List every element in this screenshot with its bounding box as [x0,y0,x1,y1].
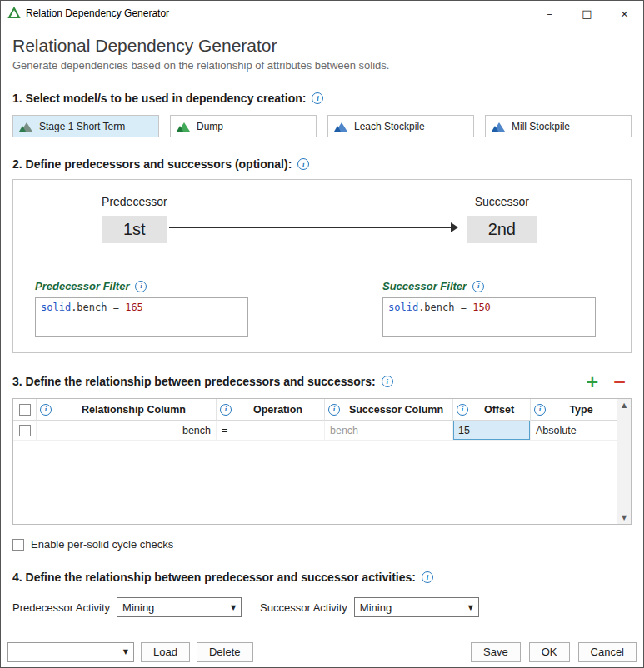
first-box: 1st [102,216,167,243]
cell-successor-column[interactable]: bench [325,421,453,441]
section-2-heading: 2. Define predecessors and successors (o… [12,157,632,171]
info-icon[interactable]: i [382,376,393,387]
column-header-type[interactable]: i Type [531,399,617,421]
section-4-heading-text: 4. Define the relationship between prede… [12,571,416,584]
cancel-button[interactable]: Cancel [578,642,637,662]
successor-activity-select[interactable]: Mining ▼ [354,597,479,617]
column-header-label: Type [549,404,613,416]
scroll-down-icon[interactable]: ▼ [622,514,627,521]
ok-button[interactable]: OK [529,642,570,662]
table-scrollbar[interactable]: ▲ ▼ [617,399,631,524]
row-checkbox[interactable] [19,425,31,436]
predecessor-activity-value: Mining [122,601,154,614]
code-value: 165 [125,302,143,313]
info-icon[interactable]: i [422,571,433,583]
successor-filter-label: Successor Filter i [382,280,596,292]
activity-row: Predecessor Activity Mining ▼ Successor … [12,597,632,617]
info-icon[interactable]: i [312,92,323,104]
dependency-arrow [169,227,457,228]
cycle-checks-row: Enable per-solid cycle checks [12,538,632,551]
model-tile-stage-1-short-term[interactable]: Stage 1 Short Term [12,115,159,137]
info-icon[interactable]: i [40,404,52,416]
minimize-button[interactable]: – [531,1,568,26]
section-2-heading-text: 2. Define predecessors and successors (o… [12,157,292,171]
load-button[interactable]: Load [141,642,190,662]
dialog-content: Relational Dependency Generator Generate… [1,26,643,636]
info-icon[interactable]: i [297,158,309,170]
section-3-heading: 3. Define the relationship between prede… [12,373,632,390]
cycle-checks-label: Enable per-solid cycle checks [31,538,173,551]
successor-label: Successor [475,195,529,208]
column-header-label: Relationship Column [55,404,212,416]
save-button[interactable]: Save [471,642,521,662]
footer-right-buttons: Save OK Cancel [471,642,637,662]
model-icon [333,120,348,133]
relationship-table: i Relationship Column i Operation i Succ… [12,398,632,525]
title-bar: Relation Dependency Generator – □ × [1,1,643,26]
remove-row-button[interactable]: − [612,373,627,390]
predecessor-activity-label: Predecessor Activity [12,601,110,614]
successor-filter: Successor Filter i solid.bench = 150 [382,280,596,337]
chevron-down-icon: ▼ [231,604,236,611]
cycle-checks-checkbox[interactable] [12,539,24,551]
info-icon[interactable]: i [135,281,147,292]
table-empty-area [13,441,617,524]
flow-diagram: Predecessor 1st Successor 2nd [13,195,631,243]
section-4-heading: 4. Define the relationship between prede… [12,571,632,584]
model-tile-leach-stockpile[interactable]: Leach Stockpile [327,115,474,137]
column-header-relationship-column[interactable]: i Relationship Column [37,399,217,421]
cell-type[interactable]: Absolute [531,421,617,441]
model-tile-dump[interactable]: Dump [170,115,317,137]
model-icon [176,120,191,133]
cell-operation[interactable]: = [217,421,325,441]
section-3-heading-text: 3. Define the relationship between prede… [12,375,376,388]
page-title: Relational Dependency Generator [12,36,632,56]
code-field: solid [41,302,71,313]
column-header-label: Successor Column [343,404,449,416]
info-icon[interactable]: i [328,404,340,416]
window-title: Relation Dependency Generator [26,7,169,19]
code-mid: .bench = [418,302,472,313]
successor-activity-value: Mining [360,601,392,614]
chevron-down-icon: ▼ [123,648,128,656]
preset-combo[interactable]: ▼ [7,642,134,662]
code-value: 150 [472,302,491,313]
section-1-heading: 1. Select model/s to be used in dependen… [12,92,632,105]
model-tile-label: Mill Stockpile [512,121,570,132]
chevron-down-icon: ▼ [468,604,473,611]
second-box: 2nd [467,216,537,243]
model-tile-label: Leach Stockpile [354,121,425,132]
model-tile-mill-stockpile[interactable]: Mill Stockpile [485,115,632,137]
scroll-up-icon[interactable]: ▲ [622,401,627,409]
predecessor-successor-panel: Predecessor 1st Successor 2nd Predecesso… [12,179,632,353]
add-row-button[interactable]: + [585,373,599,390]
successor-filter-input[interactable]: solid.bench = 150 [382,297,596,337]
column-header-offset[interactable]: i Offset [453,399,531,421]
column-header-successor-column[interactable]: i Successor Column [325,399,453,421]
column-header-label: Operation [235,404,321,416]
predecessor-filter-label: Predecessor Filter i [35,280,248,292]
predecessor-label: Predecessor [102,195,167,208]
column-header-label: Offset [472,404,527,416]
successor-activity-label: Successor Activity [260,601,347,614]
section-3-heading-inner: 3. Define the relationship between prede… [12,375,393,388]
close-button[interactable]: × [606,1,643,26]
app-icon [7,7,21,20]
info-icon[interactable]: i [472,281,484,292]
column-header-operation[interactable]: i Operation [217,399,325,421]
maximize-button[interactable]: □ [568,1,606,26]
select-all-checkbox[interactable] [19,404,31,416]
info-icon[interactable]: i [534,404,546,416]
cell-offset[interactable]: 15 [453,421,531,441]
info-icon[interactable]: i [457,404,468,416]
predecessor-filter-label-text: Predecessor Filter [35,280,129,292]
model-icon [18,120,33,133]
predecessor-activity-select[interactable]: Mining ▼ [117,597,242,617]
info-icon[interactable]: i [220,404,232,416]
delete-button[interactable]: Delete [197,642,253,662]
successor-filter-label-text: Successor Filter [382,280,467,292]
predecessor-filter-input[interactable]: solid.bench = 165 [35,297,248,337]
cell-relationship-column[interactable]: bench [37,421,217,441]
model-icon [491,120,506,133]
page-subtitle: Generate dependencies based on the relat… [12,59,632,72]
